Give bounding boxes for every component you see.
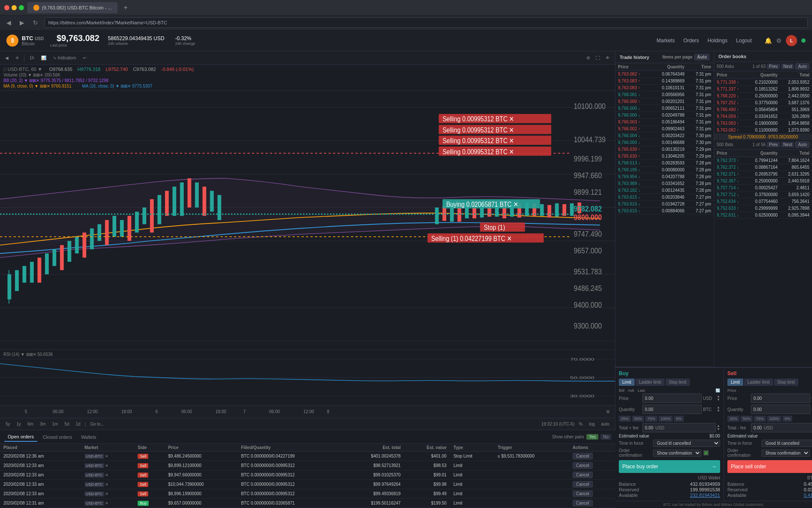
bid-row[interactable]: 9,752.631 ↓ 0.62500000 6,095.3944 [714,212,812,219]
tf-1m[interactable]: 1m [50,421,60,427]
close-window-icon[interactable] [4,5,9,10]
chart-type-button[interactable]: 📊 [39,55,48,61]
timeframe-1h[interactable]: 1h [28,55,36,61]
buy-pct-0[interactable]: 0% [674,416,684,422]
minimize-window-icon[interactable] [12,5,17,10]
cancel-order-button[interactable]: Cancel [573,462,593,469]
show-pairs-no[interactable]: No [600,434,611,440]
tf-1d[interactable]: 1d [74,421,82,427]
cancel-order-button[interactable]: Cancel [573,481,593,487]
show-pairs-yes[interactable]: Yes [586,434,598,440]
maximize-window-icon[interactable] [19,5,24,10]
new-tab-button[interactable]: + [121,4,130,12]
scale-auto[interactable]: auto [599,421,612,427]
ask-row[interactable]: 9,771.337 ↑ 0.18513262 1,808.9932 [714,86,812,93]
tf-goto[interactable]: Go to... [88,421,106,427]
ask-row[interactable]: 9,763.082 ↑ 0.11000000 1,073.9390 [714,127,812,134]
sell-ladder-tab[interactable]: Ladder limit [744,379,773,386]
asks-auto-badge[interactable]: Auto [795,63,809,70]
tf-1y[interactable]: 1y [15,421,24,427]
buy-total-down[interactable]: ▼ [717,428,720,431]
ask-row[interactable]: 9,767.252 ↓ 0.37750000 3,687.1376 [714,100,812,106]
ask-row[interactable]: 9,771.338 ↑ 0.21020000 2,053.9352 [714,79,812,86]
ask-row[interactable]: 9,763.083 ↑ 0.19000000 1,854.9858 [714,120,812,127]
buy-tif-select[interactable]: Good til cancelled [653,440,720,447]
sell-stop-tab[interactable]: Stop limit [774,379,798,386]
notification-icon[interactable]: 🔔 [765,37,772,44]
back-button[interactable]: ◀ [4,18,13,27]
nav-holdings[interactable]: Holdings [708,38,728,44]
chart-settings-button[interactable]: ⚙ [585,55,592,61]
sell-pct-100[interactable]: 100% [767,416,781,422]
reload-button[interactable]: ↻ [31,18,40,27]
buy-ladder-tab[interactable]: Ladder limit [635,379,665,386]
ask-row[interactable]: 9,768.220 ↓ 0.25000000 2,442.0550 [714,93,812,100]
nav-orders[interactable]: Orders [683,38,699,44]
bids-next-button[interactable]: Next [781,142,794,147]
buy-conf-select[interactable]: Show confirmation [653,449,701,457]
sell-price-input[interactable] [751,393,810,403]
chart-toggle-button[interactable]: 👁 [604,55,612,61]
buy-pct-25[interactable]: 25% [619,416,631,422]
sell-conf-select[interactable]: Show confirmation [762,449,810,457]
bid-row[interactable]: 9,757.712 ↓ 0.37500000 3,659.1420 [714,191,812,198]
buy-stop-tab[interactable]: Stop limit [665,379,690,386]
indicators-button[interactable]: ∿ Indicators [51,55,78,61]
nav-logout[interactable]: Logout [736,38,752,44]
browser-tab[interactable]: (9,763.082) USD-BTC Bitcoin - ... [27,2,118,13]
forward-button[interactable]: ▶ [18,18,26,27]
tab-open-orders[interactable]: Open orders [4,432,37,442]
tf-5d[interactable]: 5d [62,421,71,427]
sell-tif-select[interactable]: Good til cancelled [762,440,812,447]
buy-qty-input[interactable] [642,405,702,414]
buy-conf-checkbox[interactable]: ✓ [703,450,709,455]
buy-pct-75[interactable]: 75% [645,416,657,422]
url-bar[interactable]: https://bittrex.com/Market/Index?MarketN… [44,18,808,28]
settings-icon[interactable]: ⚙ [776,37,782,44]
cancel-order-button[interactable]: Cancel [573,472,593,478]
sell-limit-tab[interactable]: Limit [727,379,743,386]
sell-pct-75[interactable]: 75% [754,416,766,422]
buy-pct-100[interactable]: 100% [659,416,673,422]
bid-row[interactable]: 9,762.371 ↑ 0.26953795 2,631.3295 [714,171,812,178]
scale-log[interactable]: log [587,421,597,427]
cancel-order-button[interactable]: Cancel [573,500,593,506]
place-buy-button[interactable]: Place buy order → [619,460,720,473]
buy-price-down[interactable]: ▼ [717,398,720,402]
tab-closed-orders[interactable]: Closed orders [39,433,75,441]
asks-next-button[interactable]: Next [781,64,794,69]
ask-row[interactable]: 9,766.490 ↑ 0.05645804 551.3969 [714,106,812,113]
ask-row[interactable]: 9,764.059 ↓ 0.03341652 326.2809 [714,113,812,120]
bid-row[interactable]: 9,752.634 ↓ 0.07754460 756.2641 [714,198,812,205]
tf-3m[interactable]: 3m [38,421,48,427]
buy-qty-down[interactable]: ▼ [717,409,720,413]
buy-price-input[interactable] [642,393,702,403]
sell-pct-25[interactable]: 25% [727,416,739,422]
time-settings-button[interactable]: ⚙ [604,408,612,415]
tab-wallets[interactable]: Wallets [78,433,100,441]
undo-button[interactable]: ↩ [81,55,88,61]
bids-prev-button[interactable]: Prev [767,142,780,147]
fullscreen-button[interactable]: ⛶ [594,55,602,61]
cancel-order-button[interactable]: Cancel [573,490,593,497]
cancel-order-button[interactable]: Cancel [573,453,593,459]
collapse-toolbar-button[interactable]: ◀ [3,55,10,61]
asks-prev-button[interactable]: Prev [767,64,780,69]
bid-row[interactable]: 9,752.633 ↑ 0.29999999 2,925.7898 [714,205,812,212]
bid-row[interactable]: 9,762.373 ↑ 0.79941244 7,804.1624 [714,157,812,164]
tf-5y[interactable]: 5y [3,421,12,427]
sell-pct-50[interactable]: 50% [741,416,753,422]
buy-pct-50[interactable]: 50% [632,416,644,422]
buy-available-value[interactable]: 232.81943421 [690,493,720,498]
scale-pct[interactable]: % [577,421,585,427]
buy-limit-tab[interactable]: Limit [619,379,635,386]
bid-row[interactable]: 9,762.367 ↓ 0.25000000 2,440.5918 [714,178,812,185]
sell-available-value[interactable]: 0.41250224 [804,493,812,498]
bids-auto-badge[interactable]: Auto [795,141,809,148]
chart-canvas[interactable]: 10100.000 10044.739 9996.199 9947.660 98… [0,91,615,349]
crosshair-tool[interactable]: ✛ [14,55,21,61]
sell-pct-0[interactable]: 0% [783,416,792,422]
tf-6m[interactable]: 6m [25,421,35,427]
bid-row[interactable]: 9,762.372 ↓ 0.08867164 865.6455 [714,164,812,171]
auto-badge[interactable]: Auto [694,54,709,60]
